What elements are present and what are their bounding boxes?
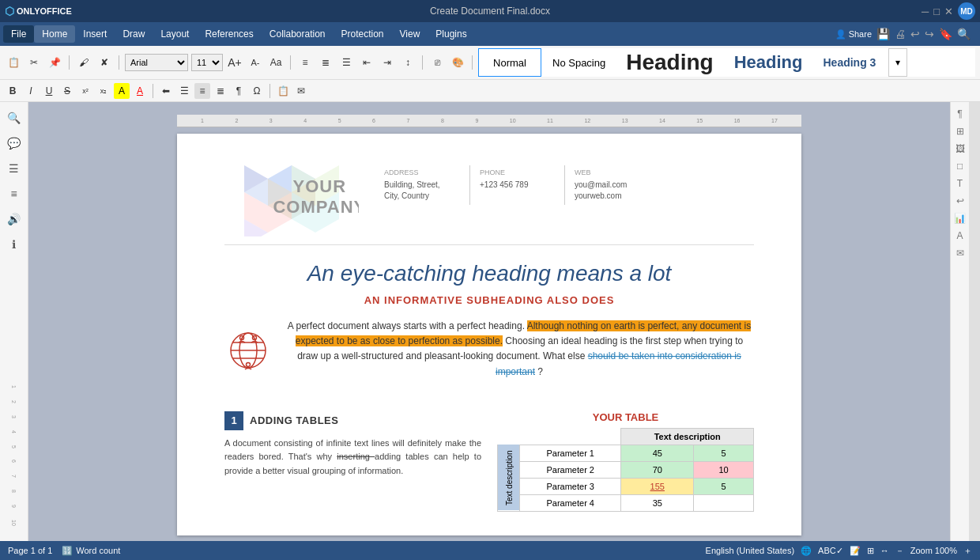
menu-references[interactable]: References [197, 25, 261, 43]
subscript-button[interactable]: x₂ [96, 83, 111, 99]
line-spacing-btn[interactable]: ↕ [399, 54, 416, 71]
font-case-btn[interactable]: Aa [267, 54, 285, 71]
indent-increase-btn[interactable]: ⇥ [379, 54, 396, 71]
undo-icon[interactable]: ↩ [910, 28, 920, 40]
close-button[interactable]: ✕ [944, 6, 953, 17]
table-row: Parameter 3 155 5 [498, 478, 754, 494]
language-selector[interactable]: English (United States) [706, 546, 795, 555]
highlight-btn[interactable]: A [114, 83, 130, 99]
multilevel-btn[interactable]: ☰ [337, 54, 355, 71]
app-logo: ⬡ ONLYOFFICE [5, 5, 72, 17]
page-width-icon[interactable]: ↔ [880, 546, 889, 555]
strikethrough-button[interactable]: S [59, 83, 75, 99]
chart-icon[interactable]: 📊 [954, 213, 966, 224]
mail-btn[interactable]: ✉ [293, 83, 309, 99]
zoom-out-icon[interactable]: － [895, 545, 904, 557]
underline-button[interactable]: U [41, 83, 57, 99]
style-copy-btn[interactable]: 📋 [275, 83, 291, 99]
text-box-icon[interactable]: T [957, 178, 963, 189]
style-gallery-more[interactable]: ▾ [888, 48, 907, 77]
font-size-select[interactable]: 11 [191, 54, 223, 71]
clear-format-btn[interactable]: ✘ [96, 54, 113, 71]
shape-icon[interactable]: □ [957, 161, 963, 172]
language-icon[interactable]: 🌐 [801, 546, 812, 556]
align-left-btn[interactable]: ⬅ [158, 83, 174, 99]
style-nospacing[interactable]: No Spacing [543, 48, 615, 77]
minimize-button[interactable]: ─ [922, 6, 929, 17]
param3-v2: 5 [694, 478, 754, 494]
paragraph-marks-icon[interactable]: ¶ [957, 108, 962, 119]
italic-button[interactable]: I [23, 83, 39, 99]
align-right-btn[interactable]: ≡ [194, 83, 210, 99]
color-fill-btn[interactable]: 🎨 [449, 54, 466, 71]
bookmark-icon[interactable]: 🔖 [939, 28, 952, 40]
paste-btn[interactable]: 📌 [46, 54, 63, 71]
table-icon[interactable]: ⊞ [956, 126, 964, 137]
maximize-button[interactable]: □ [933, 6, 940, 17]
menu-plugins[interactable]: Plugins [428, 25, 474, 43]
table-title: YOUR TABLE [497, 411, 754, 423]
style-heading3[interactable]: Heading 3 [813, 48, 885, 77]
superscript-button[interactable]: x² [77, 83, 93, 99]
indent-decrease-btn[interactable]: ⇤ [358, 54, 375, 71]
special-chars-btn[interactable]: Ω [249, 83, 265, 99]
sidebar-search[interactable]: 🔍 [5, 108, 24, 127]
status-left: Page 1 of 1 🔢 Word count [8, 546, 120, 556]
save-icon[interactable]: 💾 [876, 28, 890, 40]
toolbar-row2: B I U S x² x₂ A A ⬅ ☰ ≡ ≣ ¶ Ω 📋 ✉ [0, 80, 980, 102]
spell-check-icon[interactable]: ABC✓ [818, 546, 843, 556]
sidebar-comments[interactable]: 💬 [5, 134, 24, 153]
style-heading1[interactable]: Heading [616, 48, 722, 77]
menu-view[interactable]: View [392, 25, 428, 43]
share-icon: 👤 [835, 29, 846, 40]
sidebar-navigation[interactable]: ☰ [5, 159, 24, 178]
zoom-in-icon[interactable]: ＋ [963, 545, 972, 557]
text-art-icon[interactable]: A [956, 230, 963, 241]
sidebar-info[interactable]: ℹ [5, 235, 24, 254]
menu-home[interactable]: Home [34, 25, 75, 43]
menu-file[interactable]: File [3, 25, 34, 43]
track-changes-icon[interactable]: 📝 [850, 546, 861, 556]
search-icon[interactable]: 🔍 [957, 28, 971, 40]
document-main-title: An eye-catching heading means a lot [224, 261, 754, 286]
bold-button[interactable]: B [5, 83, 21, 99]
cut-btn[interactable]: ✂ [25, 54, 43, 71]
sidebar-outline[interactable]: ≡ [5, 184, 24, 203]
align-center-btn[interactable]: ☰ [176, 83, 192, 99]
print-icon[interactable]: 🖨 [895, 28, 906, 40]
paragraph-btn[interactable]: ¶ [231, 83, 247, 99]
menu-draw[interactable]: Draw [115, 25, 153, 43]
menu-protection[interactable]: Protection [334, 25, 392, 43]
numbering-btn[interactable]: ≣ [317, 54, 334, 71]
menu-insert[interactable]: Insert [75, 25, 115, 43]
share-button[interactable]: 👤 Share [835, 29, 872, 40]
font-family-select[interactable]: Arial [125, 54, 188, 71]
sidebar-tts[interactable]: 🔊 [5, 210, 24, 229]
increase-font-btn[interactable]: A+ [226, 54, 243, 71]
undo-right-icon[interactable]: ↩ [956, 195, 964, 206]
param1-label: Parameter 1 [520, 445, 621, 461]
vertical-scrollbar[interactable] [969, 102, 980, 541]
mail-merge-icon[interactable]: ✉ [956, 248, 964, 259]
fit-page-icon[interactable]: ⊞ [867, 546, 874, 556]
zoom-level[interactable]: Zoom 100% [910, 546, 957, 555]
table-header-text-desc: Text description [621, 428, 754, 445]
style-heading2[interactable]: Heading [725, 48, 812, 77]
menu-collaboration[interactable]: Collaboration [262, 25, 334, 43]
document-area[interactable]: 1234567891011121314151617 [28, 102, 950, 541]
align-justify-btn[interactable]: ≣ [213, 83, 228, 99]
eraser-btn[interactable]: ⎚ [428, 54, 446, 71]
font-color-btn[interactable]: A [132, 83, 148, 99]
decrease-font-btn[interactable]: A- [247, 54, 264, 71]
redo-icon[interactable]: ↪ [925, 28, 934, 40]
copy-btn[interactable]: 📋 [5, 54, 22, 71]
bullets-btn[interactable]: ≡ [296, 54, 314, 71]
svg-point-15 [247, 363, 251, 367]
style-normal[interactable]: Normal [478, 48, 541, 77]
menu-layout[interactable]: Layout [153, 25, 197, 43]
image-icon[interactable]: 🖼 [956, 143, 965, 154]
contact-phone: PHONE +123 456 789 [469, 165, 564, 205]
format-painter-btn[interactable]: 🖌 [75, 54, 92, 71]
word-count[interactable]: 🔢 Word count [62, 546, 120, 556]
section-adding-tables: 1 ADDING TABLES A document consisting of… [224, 411, 481, 512]
